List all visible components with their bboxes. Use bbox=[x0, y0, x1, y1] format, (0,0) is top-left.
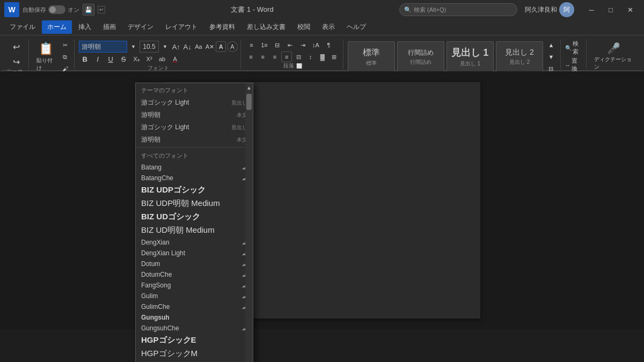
doc-title: 文書 1 - Word bbox=[108, 5, 396, 14]
search-placeholder: 検索 (Alt+Q) bbox=[414, 6, 446, 14]
redo-button[interactable]: ↪ bbox=[9, 55, 23, 69]
clear-format-btn[interactable]: A✕ bbox=[204, 41, 215, 52]
dictation-btn[interactable]: 🎤 ディクテーション bbox=[591, 40, 636, 73]
font-dropdown: テーマのフォント 游ゴシック Light 見出し 游明朝 本文 游ゴシック Li… bbox=[135, 83, 253, 362]
font-item-yumin-body[interactable]: 游明朝 本文 bbox=[136, 109, 253, 121]
italic-btn[interactable]: I bbox=[92, 54, 104, 64]
subscript-btn[interactable]: X₂ bbox=[130, 54, 142, 64]
menu-insert[interactable]: 挿入 bbox=[73, 20, 97, 34]
font-item-dotumche[interactable]: DotumChe ☁ bbox=[136, 269, 253, 280]
font-item-gulim[interactable]: Gulim ☁ bbox=[136, 291, 253, 301]
underline-btn[interactable]: U bbox=[105, 54, 116, 64]
font-size-dropdown-btn[interactable]: ▼ bbox=[160, 41, 170, 52]
font-item-biz-udp-mincho[interactable]: BIZ UDP明朝 Medium bbox=[136, 197, 253, 210]
paragraph-expand-btn[interactable]: ⬜ bbox=[296, 63, 302, 69]
circle-a-btn[interactable]: A bbox=[227, 41, 237, 52]
strikethrough-btn[interactable]: S bbox=[118, 54, 129, 64]
font-name: DotumChe bbox=[141, 271, 172, 278]
search-bar[interactable]: 🔍 検索 (Alt+Q) bbox=[399, 3, 517, 16]
sort-btn[interactable]: ↕A bbox=[310, 40, 321, 50]
menu-layout[interactable]: レイアウト bbox=[160, 20, 203, 34]
close-button[interactable]: ✕ bbox=[620, 2, 640, 17]
editing-group: 🔍 検索 ↔ 置換 ↘ 選択 編集 bbox=[562, 40, 587, 69]
menu-review[interactable]: 校閲 bbox=[292, 20, 316, 34]
maximize-button[interactable]: □ bbox=[601, 2, 620, 17]
scroll-up-btn[interactable]: ▲ bbox=[245, 83, 253, 92]
font-item-gungsuhche[interactable]: GungsuhChe ☁ bbox=[136, 323, 253, 334]
font-item-yumin-body2[interactable]: 游明朝 本文 bbox=[136, 134, 253, 146]
menu-draw[interactable]: 描画 bbox=[98, 20, 121, 34]
save-button[interactable]: 💾 bbox=[83, 4, 94, 16]
font-item-fangsong[interactable]: FangSong ☁ bbox=[136, 280, 253, 291]
align-center-btn[interactable]: ≡ bbox=[258, 51, 268, 62]
align-left-btn[interactable]: ≡ bbox=[245, 51, 256, 62]
menu-file[interactable]: ファイル bbox=[4, 20, 41, 34]
menu-home[interactable]: ホーム bbox=[42, 20, 72, 34]
case-btn[interactable]: Aa bbox=[194, 41, 204, 52]
scroll-handle[interactable] bbox=[246, 94, 252, 110]
increase-font-btn[interactable]: A↑ bbox=[171, 41, 181, 52]
font-label: フォント bbox=[79, 64, 237, 72]
format-a-btn[interactable]: A bbox=[216, 41, 226, 52]
font-item-biz-udp-gothic[interactable]: BIZ UDPゴシック bbox=[136, 183, 253, 197]
font-item-biz-ud-gothic[interactable]: BIZ UDゴシック bbox=[136, 210, 253, 224]
font-item-batang[interactable]: Batang ☁ bbox=[136, 162, 253, 173]
align-right-btn[interactable]: ≡ bbox=[269, 51, 280, 62]
font-item-hgp-gothic-m[interactable]: HGPゴシックM bbox=[136, 347, 253, 360]
style-h2-btn[interactable]: 見出し 2 見出し 2 bbox=[496, 41, 543, 72]
menu-view[interactable]: 表示 bbox=[317, 20, 340, 34]
cut-button[interactable]: ✂ bbox=[59, 40, 71, 50]
font-item-batangche[interactable]: BatangChe ☁ bbox=[136, 173, 253, 183]
font-name-dropdown-btn[interactable]: ▼ bbox=[128, 41, 138, 52]
decrease-indent-btn[interactable]: ⇤ bbox=[284, 40, 296, 50]
autosave-toggle[interactable] bbox=[48, 5, 65, 14]
undo-button[interactable]: ↩ bbox=[9, 40, 23, 54]
font-item-gungsuh[interactable]: Gungsuh bbox=[136, 312, 253, 323]
replace-icon: ↔ bbox=[565, 62, 570, 68]
menu-references[interactable]: 参考資料 bbox=[204, 20, 240, 34]
font-color-btn[interactable]: A bbox=[169, 54, 181, 64]
replace-btn[interactable]: ↔ 置換 bbox=[565, 57, 583, 73]
font-name-input[interactable] bbox=[79, 41, 127, 53]
menu-help[interactable]: ヘルプ bbox=[341, 20, 371, 34]
style-normal-btn[interactable]: 標準 標準 bbox=[348, 41, 395, 72]
decrease-font-btn[interactable]: A↓ bbox=[182, 41, 193, 52]
copy-button[interactable]: ⧉ bbox=[59, 51, 71, 62]
search-edit-icon: 🔍 bbox=[565, 45, 572, 51]
justify-btn[interactable]: ≡ bbox=[281, 51, 292, 62]
font-item-biz-ud-mincho[interactable]: BIZ UD明朝 Medium bbox=[136, 224, 253, 237]
style-compact-btn[interactable]: 行間詰め 行間詰め bbox=[397, 41, 444, 72]
font-item-dengxian-light[interactable]: DengXian Light ☁ bbox=[136, 248, 253, 258]
multilevel-btn[interactable]: ⊟ bbox=[271, 40, 283, 50]
show-marks-btn[interactable]: ¶ bbox=[323, 40, 334, 50]
style-h1-btn[interactable]: 見出し 1 見出し 1 bbox=[447, 41, 494, 72]
undo-title-btn[interactable]: ↩ bbox=[98, 6, 105, 13]
font-item-dengxian[interactable]: DengXian ☁ bbox=[136, 237, 253, 248]
font-item-gulimche[interactable]: GulimChe ☁ bbox=[136, 301, 253, 312]
font-name: BatangChe bbox=[141, 174, 173, 182]
bold-btn[interactable]: B bbox=[79, 54, 91, 64]
menu-design[interactable]: デザイン bbox=[122, 20, 159, 34]
font-item-yugothic-light-heading2[interactable]: 游ゴシック Light 見出し bbox=[136, 121, 253, 134]
font-item-dotum[interactable]: Dotum ☁ bbox=[136, 258, 253, 269]
increase-indent-btn[interactable]: ⇥ bbox=[297, 40, 309, 50]
line-spacing-btn[interactable]: ↕ bbox=[305, 51, 316, 62]
paste-button[interactable]: 📋 貼り付け bbox=[33, 40, 58, 74]
doc-area[interactable] bbox=[0, 71, 644, 329]
columns-btn[interactable]: ⊟ bbox=[293, 51, 304, 62]
font-size-input[interactable] bbox=[140, 41, 159, 53]
font-item-hgp-gothic-e[interactable]: HGPゴシックE bbox=[136, 334, 253, 347]
minimize-button[interactable]: ─ bbox=[582, 2, 601, 17]
styles-scroll-up-btn[interactable]: ▲ bbox=[545, 40, 557, 50]
shading-btn[interactable]: ▓ bbox=[317, 51, 328, 62]
font-item-yugothic-light-heading[interactable]: 游ゴシック Light 見出し bbox=[136, 97, 253, 109]
bullets-btn[interactable]: ≡ bbox=[245, 40, 257, 50]
superscript-btn[interactable]: X² bbox=[143, 54, 155, 64]
font-name: Dotum bbox=[141, 260, 160, 268]
styles-scroll-down-btn[interactable]: ▼ bbox=[545, 51, 557, 62]
user-avatar[interactable]: 阿 bbox=[559, 2, 574, 17]
borders-btn[interactable]: ⊞ bbox=[329, 51, 340, 62]
text-highlight-btn[interactable]: ab bbox=[156, 54, 168, 64]
menu-mailings[interactable]: 差し込み文書 bbox=[241, 20, 291, 34]
numbering-btn[interactable]: 1≡ bbox=[258, 40, 270, 50]
